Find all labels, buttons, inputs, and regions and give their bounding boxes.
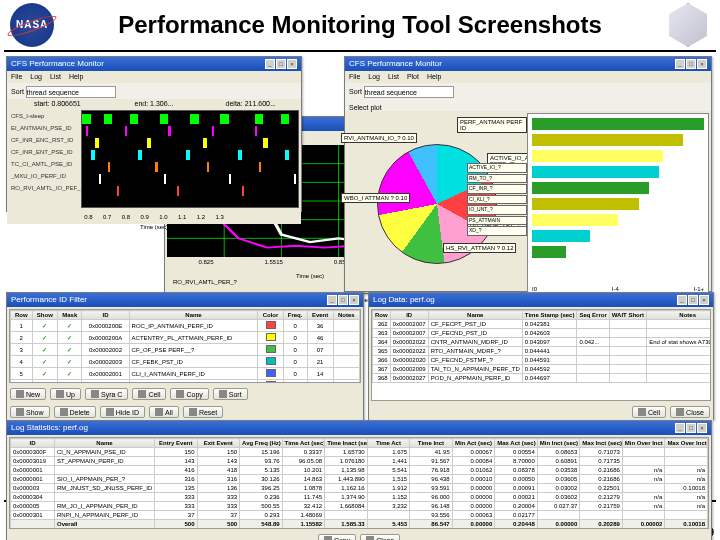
delete-button[interactable]: Delete — [54, 406, 96, 418]
menu-list[interactable]: List — [50, 73, 61, 80]
close-icon[interactable]: × — [699, 295, 709, 305]
minimize-icon[interactable]: _ — [265, 59, 275, 69]
close-icon[interactable]: × — [697, 59, 707, 69]
new-button[interactable]: New — [10, 388, 46, 400]
all-button[interactable]: All — [149, 406, 179, 418]
menu-file[interactable]: File — [11, 73, 22, 80]
pie-callout: HS_RVI_ATTMAN ? 0.12 — [443, 243, 516, 253]
table-row[interactable]: 3620x00002007CF_FECPT_PST_ID0.042381 — [373, 320, 712, 329]
menu-help[interactable]: Help — [69, 73, 83, 80]
close-icon[interactable]: × — [697, 423, 707, 433]
close-icon[interactable]: × — [349, 295, 359, 305]
copy-button[interactable]: Copy — [170, 388, 208, 400]
menubar: FileLogListHelp — [7, 71, 301, 83]
close-icon[interactable]: × — [287, 59, 297, 69]
button-icon — [138, 390, 146, 398]
table-row[interactable]: 3680x00002027POD_N_APPMAIN_PERF_ID0.0446… — [373, 374, 712, 383]
table-row[interactable]: 3660x00002020CF_FECND_FSTMF_?0.044591 — [373, 356, 712, 365]
stats-table: IDNameEntry EventExit EventAvg Freq (Hz)… — [10, 438, 708, 529]
table-row[interactable]: 30x00002002CF_OF_PSE PERF__?007 — [11, 344, 360, 356]
hide-id-button[interactable]: Hide ID — [100, 406, 145, 418]
button-icon — [155, 408, 163, 416]
maximize-icon[interactable]: □ — [276, 59, 286, 69]
button-icon — [324, 536, 332, 540]
menu-help[interactable]: Help — [427, 73, 441, 80]
menu-plot[interactable]: Plot — [407, 73, 419, 80]
table-row[interactable]: 0x00003019ST_APPMAIN_PERF_ID14314393.769… — [11, 457, 708, 466]
maximize-icon[interactable]: □ — [338, 295, 348, 305]
page-title: Performance Monitoring Tool Screenshots — [54, 12, 666, 38]
reset-button[interactable]: Reset — [183, 406, 223, 418]
titlebar[interactable]: Log Data: perf.og_□× — [369, 293, 713, 307]
button-icon — [676, 408, 684, 416]
close-button[interactable]: Close — [670, 406, 710, 418]
pie-bar-window: CFS Performance Monitor_□× FileLogListPl… — [344, 56, 712, 292]
log-window: Log Data: perf.og_□× RowIDNameTime Stamp… — [368, 292, 714, 420]
minimize-icon[interactable]: _ — [675, 59, 685, 69]
partner-logo — [666, 3, 710, 47]
button-icon — [366, 536, 374, 540]
nasa-logo: NASA — [10, 3, 54, 47]
minimize-icon[interactable]: _ — [675, 423, 685, 433]
minimize-icon[interactable]: _ — [327, 295, 337, 305]
pie-callout: PERF_ANTMAN PERF ID — [457, 117, 527, 133]
button-icon — [56, 390, 64, 398]
maximize-icon[interactable]: □ — [688, 295, 698, 305]
table-row[interactable]: 60x00002009IDA_IO_ATTMAIN_PERF_ID034 — [11, 380, 360, 384]
table-row[interactable]: 0x000005RM_JO_I_APPMAIN_PER_ID333333500.… — [11, 502, 708, 511]
button-icon — [91, 390, 99, 398]
timing-chart: CFS_I-sleepEI_ANTMAIN_PSE_IDCF_INR_ENC_R… — [9, 110, 299, 208]
table-row[interactable]: 40x00002003CF_FEBK_PST_ID021 — [11, 356, 360, 368]
sort-input[interactable] — [364, 86, 454, 98]
titlebar[interactable]: CFS Performance Monitor_□× — [345, 57, 711, 71]
up-button[interactable]: Up — [50, 388, 81, 400]
minimize-icon[interactable]: _ — [677, 295, 687, 305]
table-row[interactable]: 10x0000200EROC_IP_ANTMAIN_PERF_ID036 — [11, 320, 360, 332]
close-button[interactable]: Close — [360, 534, 400, 540]
table-row[interactable]: 0x0000001SIO_I_APPMAIN_PER_?31631630.126… — [11, 475, 708, 484]
titlebar[interactable]: Log Statistics: perf.og_□× — [7, 421, 711, 435]
filter-window: Performance ID Filter_□× RowShowMaskIDNa… — [6, 292, 364, 420]
sort-button[interactable]: Sort — [213, 388, 248, 400]
show-button[interactable]: Show — [10, 406, 50, 418]
table-row[interactable]: 3670x00002009TAI_TO_N_APPMAIN_PERF_TD0.0… — [373, 365, 712, 374]
header-divider — [4, 50, 716, 52]
maximize-icon[interactable]: □ — [686, 59, 696, 69]
maximize-icon[interactable]: □ — [686, 423, 696, 433]
button-icon — [16, 408, 24, 416]
stats-window: Log Statistics: perf.og_□× IDNameEntry E… — [6, 420, 712, 540]
button-icon — [176, 390, 184, 398]
table-row[interactable]: 50x00002001CLI_I_ANTMAIN_PERF_ID014 — [11, 368, 360, 380]
table-row[interactable]: 0x0000301RNPI_N_APPMAIN_PERF_ID37370.293… — [11, 511, 708, 520]
table-row[interactable]: 3650x00002022RTO_ANTMAIN_MDRF_?0.044441 — [373, 347, 712, 356]
cell-button[interactable]: Cell — [132, 388, 166, 400]
sort-input[interactable] — [26, 86, 116, 98]
hbar-chart: I0I-4I-1+ — [527, 113, 709, 295]
table-row[interactable]: 0x0000300FCI_N_APPMAIN_PSE_ID15015015.19… — [11, 448, 708, 457]
menu-file[interactable]: File — [349, 73, 360, 80]
button-icon — [106, 408, 114, 416]
menu-list[interactable]: List — [388, 73, 399, 80]
cell-button[interactable]: Cell — [632, 406, 666, 418]
syra-c-button[interactable]: Syra C — [85, 388, 128, 400]
timing-window: CFS Performance Monitor_□× FileLogListHe… — [6, 56, 302, 212]
titlebar[interactable]: CFS Performance Monitor_□× — [7, 57, 301, 71]
table-row[interactable]: 0x000003RM_JNUST_SD_JNUSS_PERF_ID1351363… — [11, 484, 708, 493]
table-row[interactable]: 20x0000200AACTENTRY_PL_ATTMAIN_PERF_ID04… — [11, 332, 360, 344]
log-table: RowIDNameTime Stamp (sec)Seq ErrorWAIT S… — [372, 310, 711, 383]
menu-log[interactable]: Log — [368, 73, 380, 80]
filter-table: RowShowMaskIDNameColorFreq.EventNotes 10… — [10, 310, 360, 383]
menu-log[interactable]: Log — [30, 73, 42, 80]
table-row[interactable]: 3640x00002022CNTR_ANTMAIN_MDRF_ID0.04309… — [373, 338, 712, 347]
button-icon — [638, 408, 646, 416]
titlebar[interactable]: Performance ID Filter_□× — [7, 293, 363, 307]
button-icon — [16, 390, 24, 398]
pie-callout: WBO_I ATTMAN ? 0.10 — [341, 193, 410, 203]
copy-button[interactable]: Copy — [318, 534, 356, 540]
table-row[interactable]: 0x00000014164185.13510.2011,135.985.5417… — [11, 466, 708, 475]
button-icon — [60, 408, 68, 416]
total-row: Overall500500548.891.155821.585.335.4538… — [11, 520, 708, 529]
table-row[interactable]: 0x00003043333330.23611.7451,374.901.1529… — [11, 493, 708, 502]
button-icon — [219, 390, 227, 398]
table-row[interactable]: 3630x00002007CF_FECND_PST_ID0.042603 — [373, 329, 712, 338]
